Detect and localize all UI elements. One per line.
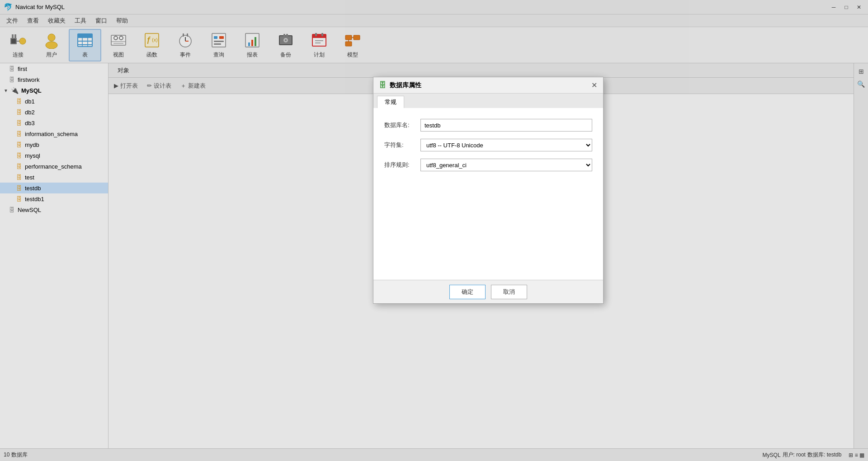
- cancel-button[interactable]: 取消: [491, 285, 527, 299]
- form-row-dbname: 数据库名:: [384, 119, 592, 132]
- form-row-charset: 字符集: utf8 -- UTF-8 Unicode: [384, 139, 592, 151]
- ok-button[interactable]: 确定: [449, 285, 486, 299]
- db-name-input[interactable]: [420, 119, 592, 132]
- modal-header: 🗄 数据库属性 ✕: [373, 77, 603, 94]
- form-row-collation: 排序规则: utf8_general_ci: [384, 159, 592, 171]
- charset-label: 字符集:: [384, 141, 420, 149]
- modal-header-icon: 🗄: [379, 81, 386, 89]
- charset-select[interactable]: utf8 -- UTF-8 Unicode: [420, 139, 592, 151]
- modal-body: 数据库名: 字符集: utf8 -- UTF-8 Unicode 排序规则: u…: [373, 108, 603, 280]
- modal-tabs: 常规: [373, 94, 603, 108]
- db-name-label: 数据库名:: [384, 121, 420, 129]
- db-properties-modal: 🗄 数据库属性 ✕ 常规 数据库名: 字符集: utf8 -- UTF-8 Un…: [373, 77, 604, 304]
- collation-select[interactable]: utf8_general_ci: [420, 159, 592, 171]
- modal-title: 数据库属性: [390, 81, 421, 89]
- modal-footer: 确定 取消: [373, 280, 603, 303]
- modal-close-button[interactable]: ✕: [589, 80, 599, 91]
- modal-tab-general[interactable]: 常规: [377, 96, 404, 108]
- modal-overlay: 🗄 数据库属性 ✕ 常规 数据库名: 字符集: utf8 -- UTF-8 Un…: [0, 0, 868, 461]
- collation-label: 排序规则:: [384, 161, 420, 169]
